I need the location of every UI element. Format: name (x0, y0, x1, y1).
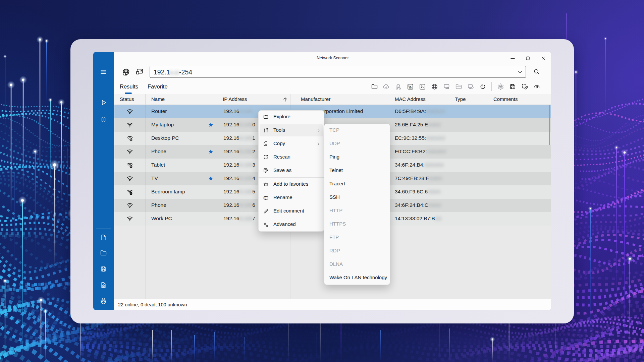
svg-text:A: A (264, 197, 266, 199)
svg-text:SSH: SSH (409, 87, 412, 89)
